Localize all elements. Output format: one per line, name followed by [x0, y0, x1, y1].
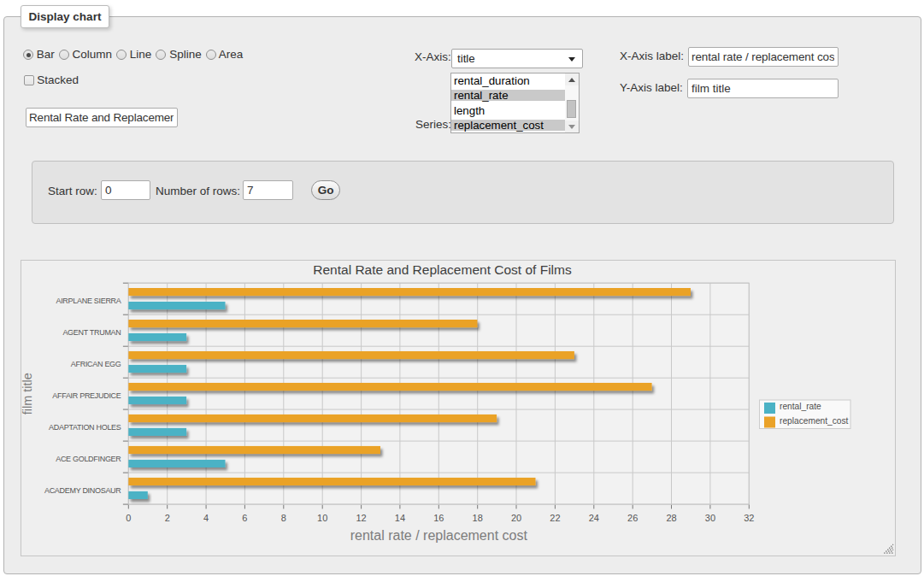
- svg-text:rental rate / replacement cost: rental rate / replacement cost: [350, 528, 528, 543]
- svg-text:28: 28: [666, 513, 676, 523]
- svg-text:0: 0: [126, 513, 131, 523]
- svg-text:18: 18: [473, 513, 483, 523]
- svg-text:24: 24: [589, 513, 599, 523]
- svg-text:AIRPLANE SIERRA: AIRPLANE SIERRA: [56, 297, 121, 305]
- svg-text:22: 22: [550, 513, 560, 523]
- svg-text:14: 14: [395, 513, 405, 523]
- svg-text:ADAPTATION HOLES: ADAPTATION HOLES: [49, 423, 121, 432]
- svg-text:AFRICAN EGG: AFRICAN EGG: [71, 360, 121, 368]
- svg-text:32: 32: [744, 513, 754, 523]
- svg-text:AGENT TRUMAN: AGENT TRUMAN: [62, 328, 121, 337]
- svg-text:AFFAIR PREJUDICE: AFFAIR PREJUDICE: [52, 391, 121, 400]
- svg-text:replacement_cost: replacement_cost: [780, 416, 849, 426]
- svg-text:12: 12: [356, 513, 366, 523]
- svg-text:ACADEMY DINOSAUR: ACADEMY DINOSAUR: [44, 486, 121, 495]
- svg-text:30: 30: [705, 513, 715, 523]
- svg-text:2: 2: [165, 513, 170, 523]
- svg-text:4: 4: [203, 513, 209, 523]
- svg-text:film title: film title: [21, 373, 34, 414]
- svg-text:ACE GOLDFINGER: ACE GOLDFINGER: [56, 455, 121, 463]
- svg-text:8: 8: [281, 513, 286, 523]
- svg-text:16: 16: [433, 513, 444, 523]
- svg-text:rental_rate: rental_rate: [780, 402, 821, 411]
- svg-text:26: 26: [627, 513, 638, 523]
- svg-text:6: 6: [242, 513, 247, 523]
- svg-text:20: 20: [511, 513, 521, 523]
- svg-text:10: 10: [317, 513, 327, 523]
- svg-text:Rental Rate and Replacement Co: Rental Rate and Replacement Cost of Film…: [313, 262, 572, 277]
